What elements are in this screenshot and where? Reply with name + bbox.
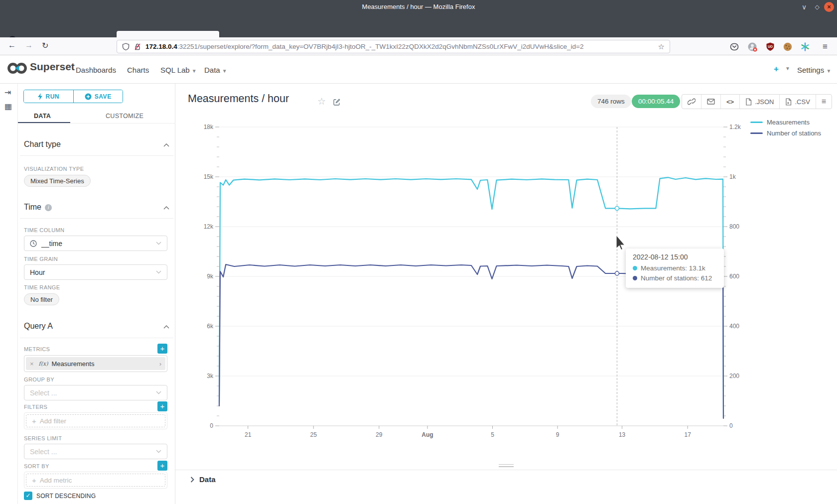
superset-navbar xyxy=(0,55,837,84)
edit-properties-icon[interactable] xyxy=(333,98,341,106)
chart-legend: Measurements Number of stations xyxy=(750,117,821,138)
section-query-a[interactable]: Query A xyxy=(24,322,53,331)
group-by-label: GROUP BY xyxy=(24,377,54,382)
url-text: 172.18.0.4:32251/superset/explore/?form_… xyxy=(145,43,654,50)
svg-text:800: 800 xyxy=(729,223,739,230)
bolt-icon xyxy=(38,93,43,100)
group-by-select[interactable]: Select ... xyxy=(24,385,167,400)
nav-sql-lab[interactable]: SQL Lab ▼ xyxy=(160,66,197,74)
envelope-icon xyxy=(707,99,715,105)
sort-descending-checkbox[interactable]: ✓ xyxy=(24,492,32,500)
tooltip-row: Number of stations: 612 xyxy=(633,274,717,282)
window-title: Measurements / hour — Mozilla Firefox xyxy=(0,3,837,10)
chevron-down-icon xyxy=(156,242,161,245)
chevron-up-icon[interactable] xyxy=(163,206,169,210)
chevron-down-icon xyxy=(156,450,161,453)
tooltip-row: Measurements: 13.1k xyxy=(633,264,717,272)
tab-customize[interactable]: CUSTOMIZE xyxy=(106,113,143,120)
export-csv-button[interactable]: .CSV xyxy=(779,95,815,109)
forward-button[interactable]: → xyxy=(25,41,33,50)
metric-control: × f(x) Measurements › xyxy=(24,355,167,372)
settings-menu[interactable]: Settings ▼ xyxy=(797,66,831,74)
chevron-up-icon[interactable] xyxy=(163,143,169,147)
link-icon xyxy=(688,98,696,106)
expand-datasource-icon[interactable]: ⇥ xyxy=(4,88,11,97)
chevron-up-icon[interactable] xyxy=(163,325,169,329)
run-save-group: RUN SAVE xyxy=(23,90,123,103)
legend-item-stations[interactable]: Number of stations xyxy=(750,127,821,138)
svg-text:Aug: Aug xyxy=(421,431,433,438)
run-button[interactable]: RUN xyxy=(24,90,73,103)
svg-text:1k: 1k xyxy=(729,173,736,180)
filters-dropzone[interactable]: +Add filter xyxy=(24,412,167,429)
embed-code-button[interactable]: <> xyxy=(720,95,739,109)
series-limit-label: SERIES LIMIT xyxy=(24,435,62,441)
add-new-button[interactable]: + xyxy=(774,64,779,74)
svg-text:25: 25 xyxy=(310,431,317,438)
svg-text:12k: 12k xyxy=(204,223,214,230)
add-filter-plus-button[interactable]: + xyxy=(157,401,167,411)
browser-menu-icon[interactable]: ≡ xyxy=(820,42,830,52)
save-button[interactable]: SAVE xyxy=(73,90,123,103)
copy-link-button[interactable] xyxy=(682,95,701,109)
chevron-down-icon: ▼ xyxy=(222,68,227,74)
section-time[interactable]: Time xyxy=(24,203,41,212)
export-json-button[interactable]: .JSON xyxy=(739,95,779,109)
ublock-origin-icon[interactable]: UO xyxy=(765,42,775,52)
svg-text:400: 400 xyxy=(729,323,739,330)
superset-logo-icon[interactable] xyxy=(6,61,29,76)
nav-charts[interactable]: Charts xyxy=(127,66,149,74)
shield-icon[interactable] xyxy=(122,43,130,51)
window-maximize-icon[interactable]: ◇ xyxy=(812,2,822,12)
time-column-select[interactable]: __time xyxy=(24,236,167,251)
info-icon: i xyxy=(45,204,52,211)
time-range-label: TIME RANGE xyxy=(24,284,60,290)
chart-menu-icon[interactable]: ≡ xyxy=(816,95,832,109)
lock-broken-icon[interactable] xyxy=(134,43,141,51)
panel-divider xyxy=(175,470,837,470)
bookmark-star-icon[interactable]: ☆ xyxy=(658,42,665,51)
chevron-down-icon: ▼ xyxy=(785,66,790,71)
url-bar[interactable]: 172.18.0.4:32251/superset/explore/?form_… xyxy=(117,40,670,53)
sort-by-dropzone[interactable]: +Add metric xyxy=(24,472,167,489)
superset-brand[interactable]: Superset xyxy=(30,61,75,73)
time-grain-select[interactable]: Hour xyxy=(24,264,167,280)
pocket-icon[interactable] xyxy=(729,42,739,52)
extension-asterisk-icon[interactable] xyxy=(800,42,810,52)
viz-type-label: VISUALIZATION TYPE xyxy=(24,166,84,172)
svg-text:9: 9 xyxy=(556,431,559,438)
metrics-label: METRICS xyxy=(24,346,50,352)
account-icon[interactable] xyxy=(747,42,757,52)
legend-item-measurements[interactable]: Measurements xyxy=(750,117,821,127)
remove-metric-icon[interactable]: × xyxy=(30,360,34,368)
nav-dashboards[interactable]: Dashboards xyxy=(76,66,116,74)
svg-text:600: 600 xyxy=(729,273,739,280)
viz-type-pill[interactable]: Mixed Time-Series xyxy=(24,175,91,187)
svg-text:6k: 6k xyxy=(207,323,214,330)
add-metric-plus-button[interactable]: + xyxy=(157,344,167,354)
fx-icon: f(x) xyxy=(39,361,48,367)
chart-title: Measurements / hour xyxy=(188,93,289,105)
time-range-pill[interactable]: No filter xyxy=(24,293,59,305)
series-dot-icon xyxy=(633,266,637,270)
window-close-button[interactable]: × xyxy=(824,2,834,12)
email-button[interactable] xyxy=(701,95,720,109)
metric-pill[interactable]: × f(x) Measurements › xyxy=(26,357,165,370)
tab-data[interactable]: DATA xyxy=(34,113,51,120)
resize-handle[interactable] xyxy=(499,463,514,468)
favorite-star-icon[interactable]: ☆ xyxy=(317,96,326,107)
dataset-grid-icon[interactable]: ▦ xyxy=(4,102,12,111)
series-limit-select[interactable]: Select ... xyxy=(24,444,167,459)
chevron-right-icon[interactable]: › xyxy=(159,360,161,368)
add-sort-metric-plus-button[interactable]: + xyxy=(157,461,167,471)
window-minimize-icon[interactable]: ∨ xyxy=(799,2,809,12)
nav-data[interactable]: Data ▼ xyxy=(204,66,227,74)
data-panel-toggle[interactable]: Data xyxy=(190,475,216,484)
svg-text:3k: 3k xyxy=(207,373,214,379)
back-button[interactable]: ← xyxy=(8,41,16,50)
section-chart-type[interactable]: Chart type xyxy=(24,140,61,149)
cookie-icon[interactable] xyxy=(783,42,793,52)
query-timer-badge: 00:00:05.44 xyxy=(632,95,680,108)
chevron-down-icon: ▼ xyxy=(192,68,197,74)
reload-button[interactable]: ↻ xyxy=(42,41,48,50)
